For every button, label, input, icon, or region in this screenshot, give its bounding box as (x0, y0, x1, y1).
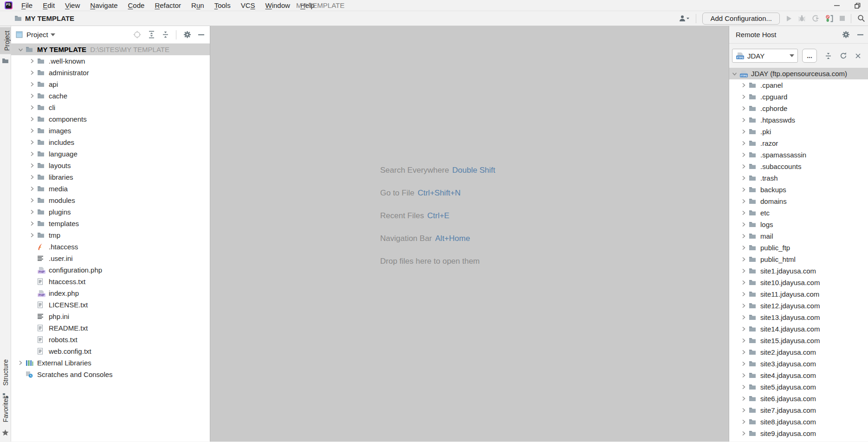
collapse-all-icon[interactable] (162, 31, 169, 39)
project-tree-row[interactable]: htaccess.txt (11, 276, 210, 287)
stripe-tab-favorites[interactable]: Favorites (0, 392, 11, 436)
chevron-right-icon[interactable] (738, 373, 749, 378)
chevron-right-icon[interactable] (738, 419, 749, 424)
chevron-right-icon[interactable] (738, 384, 749, 390)
project-tree-row[interactable]: LICENSE.txt (11, 299, 210, 311)
add-configuration-button[interactable]: Add Configuration... (702, 13, 780, 25)
project-tree-row[interactable]: MY TEMPLATED:\SITES\MY TEMPLATE (11, 44, 210, 55)
remote-tree-row[interactable]: domains (729, 195, 868, 207)
remote-tree-row[interactable]: site12.jdayusa.com (729, 300, 868, 312)
project-tree-row[interactable]: includes (11, 136, 210, 148)
menu-refactor[interactable]: Refactor (149, 0, 186, 10)
remote-tree-row[interactable]: site13.jdayusa.com (729, 312, 868, 323)
hide-panel-icon[interactable] (857, 34, 863, 36)
project-tree-row[interactable]: web.config.txt (11, 345, 210, 357)
chevron-right-icon[interactable] (738, 106, 749, 111)
chevron-right-icon[interactable] (27, 233, 37, 238)
remote-tree-row[interactable]: .subaccounts (729, 161, 868, 172)
browse-remote-button[interactable]: ... (802, 49, 817, 63)
remote-tree-row[interactable]: public_html (729, 254, 868, 265)
project-tree-row[interactable]: README.txt (11, 322, 210, 334)
chevron-right-icon[interactable] (27, 58, 37, 64)
project-tree-row[interactable]: .well-known (11, 55, 210, 67)
gear-icon[interactable] (183, 31, 191, 39)
chevron-right-icon[interactable] (27, 128, 37, 133)
menu-vcs[interactable]: VCS (236, 0, 260, 10)
chevron-right-icon[interactable] (738, 117, 749, 123)
project-tree-row[interactable]: templates (11, 218, 210, 229)
chevron-right-icon[interactable] (27, 209, 37, 214)
remote-tree-row[interactable]: mail (729, 230, 868, 242)
breadcrumb[interactable]: MY TEMPLATE (25, 14, 74, 22)
chevron-right-icon[interactable] (738, 164, 749, 169)
chevron-right-icon[interactable] (738, 176, 749, 181)
refresh-icon[interactable] (840, 52, 847, 59)
remote-tree-row[interactable]: site1.jdayusa.com (729, 265, 868, 277)
chevron-right-icon[interactable] (738, 234, 749, 239)
project-tree-row[interactable]: .htaccess (11, 241, 210, 253)
chevron-right-icon[interactable] (738, 245, 749, 250)
remote-tree-row[interactable]: site9.jdayusa.com (729, 428, 868, 439)
chevron-right-icon[interactable] (15, 360, 26, 365)
remote-tree-row[interactable]: site8.jdayusa.com (729, 416, 868, 428)
chevron-down-icon[interactable] (51, 33, 55, 36)
remote-tree-row[interactable]: .trash (729, 172, 868, 184)
remote-tree-row[interactable]: .cpguard (729, 91, 868, 103)
chevron-right-icon[interactable] (738, 396, 749, 401)
chevron-right-icon[interactable] (738, 199, 749, 204)
remote-tree-row[interactable]: site14.jdayusa.com (729, 323, 868, 335)
chevron-down-icon[interactable] (729, 72, 739, 76)
project-tree-row[interactable]: Scratches and Consoles (11, 369, 210, 380)
remote-tree-row[interactable]: site3.jdayusa.com (729, 358, 868, 370)
hide-panel-icon[interactable] (198, 34, 204, 36)
remote-tree-row[interactable]: .cpanel (729, 79, 868, 91)
close-icon[interactable] (855, 53, 861, 59)
project-tree-row[interactable]: layouts (11, 160, 210, 171)
remote-tree-row[interactable]: site6.jdayusa.com (729, 393, 868, 404)
project-tree-row[interactable]: administrator (11, 67, 210, 78)
chevron-down-icon[interactable] (15, 47, 26, 52)
locate-file-icon[interactable] (133, 31, 141, 39)
project-tree-row[interactable]: tmp (11, 229, 210, 241)
project-tree-row[interactable]: modules (11, 195, 210, 206)
chevron-right-icon[interactable] (738, 361, 749, 366)
chevron-right-icon[interactable] (738, 94, 749, 99)
remote-tree-row[interactable]: logs (729, 219, 868, 230)
remote-tree-row[interactable]: public_ftp (729, 242, 868, 254)
project-tree-row[interactable]: media (11, 183, 210, 195)
chevron-right-icon[interactable] (738, 187, 749, 192)
user-account-icon[interactable] (679, 15, 690, 22)
chevron-right-icon[interactable] (738, 141, 749, 146)
window-minimize-button[interactable] (826, 0, 847, 11)
project-tree-row[interactable]: php.ini (11, 311, 210, 322)
menu-tools[interactable]: Tools (209, 0, 236, 10)
attach-debugger-icon[interactable] (825, 15, 834, 22)
project-tree-row[interactable]: cli (11, 102, 210, 113)
run-with-coverage-icon[interactable] (812, 15, 819, 22)
menu-code[interactable]: Code (123, 0, 150, 10)
chevron-right-icon[interactable] (738, 210, 749, 215)
chevron-right-icon[interactable] (738, 431, 749, 436)
project-tree-row[interactable]: language (11, 148, 210, 160)
gear-icon[interactable] (842, 31, 850, 39)
project-tree-row[interactable]: libraries (11, 171, 210, 183)
chevron-right-icon[interactable] (738, 222, 749, 227)
toolbar-breadcrumb[interactable]: MY TEMPLATE (14, 14, 74, 22)
remote-tree-row[interactable]: site7.jdayusa.com (729, 404, 868, 416)
chevron-right-icon[interactable] (738, 326, 749, 332)
remote-tree-row[interactable]: site5.jdayusa.com (729, 381, 868, 393)
editor-empty-area[interactable]: Search EverywhereDouble ShiftGo to FileC… (210, 26, 729, 442)
project-tree-row[interactable]: plugins (11, 206, 210, 218)
run-icon[interactable] (786, 15, 792, 22)
chevron-right-icon[interactable] (27, 175, 37, 180)
project-tree-row[interactable]: External Libraries (11, 357, 210, 369)
chevron-right-icon[interactable] (738, 350, 749, 355)
remote-tree-row[interactable]: .pki (729, 126, 868, 137)
chevron-right-icon[interactable] (27, 140, 37, 145)
chevron-right-icon[interactable] (27, 198, 37, 203)
project-tree-row[interactable]: images (11, 125, 210, 136)
project-tree-row[interactable]: api (11, 78, 210, 90)
stripe-tab-project[interactable]: Project (0, 27, 11, 64)
project-tree-row[interactable]: cache (11, 90, 210, 102)
debug-icon[interactable] (798, 15, 806, 22)
